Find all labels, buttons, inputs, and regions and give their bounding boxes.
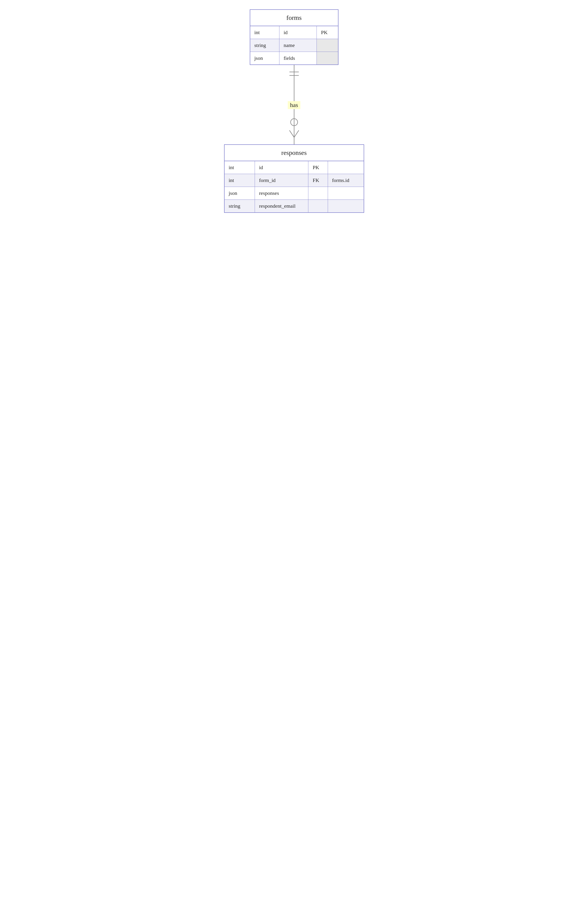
- responses-cell-ref: [328, 200, 363, 213]
- forms-table-row: stringname: [250, 39, 338, 52]
- forms-cell-key: [317, 52, 338, 65]
- responses-cell-ref: [328, 161, 363, 174]
- responses-cell-name: id: [255, 161, 309, 174]
- responses-cell-key: FK: [309, 174, 328, 187]
- forms-cell-name: id: [279, 26, 317, 39]
- relationship-label: has: [287, 101, 301, 109]
- responses-table-row: jsonresponses: [225, 187, 364, 200]
- responses-cell-type: string: [225, 200, 255, 213]
- erd-diagram: forms intidPKstringnamejsonfields has re…: [224, 9, 364, 213]
- forms-table-row: intidPK: [250, 26, 338, 39]
- responses-cell-type: json: [225, 187, 255, 200]
- forms-cell-type: int: [250, 26, 279, 39]
- responses-table-row: stringrespondent_email: [225, 200, 364, 213]
- responses-cell-ref: [328, 187, 363, 200]
- svg-line-4: [289, 130, 294, 137]
- responses-cell-key: [309, 200, 328, 213]
- responses-cell-key: [309, 187, 328, 200]
- forms-cell-name: fields: [279, 52, 317, 65]
- responses-table: responses intidPKintform_idFKforms.idjso…: [224, 144, 364, 213]
- responses-table-title: responses: [225, 145, 364, 161]
- svg-line-5: [294, 130, 299, 137]
- relationship-connector: has: [287, 65, 301, 144]
- responses-cell-type: int: [225, 174, 255, 187]
- forms-cell-key: PK: [317, 26, 338, 39]
- responses-table-row: intform_idFKforms.id: [225, 174, 364, 187]
- forms-table: forms intidPKstringnamejsonfields: [250, 9, 339, 65]
- forms-cell-name: name: [279, 39, 317, 52]
- responses-cell-name: responses: [255, 187, 309, 200]
- forms-table-row: jsonfields: [250, 52, 338, 65]
- responses-cell-type: int: [225, 161, 255, 174]
- forms-cell-type: json: [250, 52, 279, 65]
- responses-cell-name: form_id: [255, 174, 309, 187]
- responses-cell-ref: forms.id: [328, 174, 363, 187]
- responses-cell-key: PK: [309, 161, 328, 174]
- forms-cell-key: [317, 39, 338, 52]
- forms-cell-type: string: [250, 39, 279, 52]
- responses-cell-name: respondent_email: [255, 200, 309, 213]
- responses-table-row: intidPK: [225, 161, 364, 174]
- forms-table-title: forms: [250, 9, 338, 26]
